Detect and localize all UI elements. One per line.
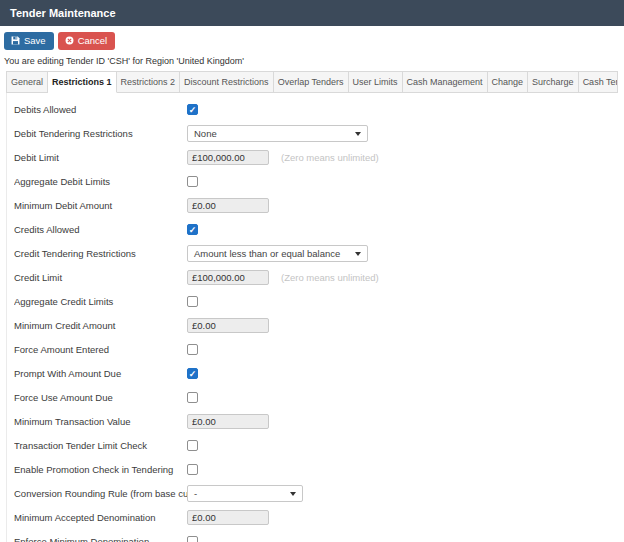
tab-change[interactable]: Change: [488, 72, 529, 93]
page-title: Tender Maintenance: [10, 7, 116, 19]
select-value: Amount less than or equal balance: [194, 248, 340, 259]
form-row: Transaction Tender Limit Check: [14, 438, 618, 453]
field-control: [187, 440, 198, 451]
field-control: [187, 510, 269, 525]
form-row: Debits Allowed: [14, 102, 618, 117]
form: Debits AllowedDebit Tendering Restrictio…: [6, 93, 618, 542]
tab-cash-tender[interactable]: Cash Tender: [579, 72, 618, 93]
field-control: [187, 224, 198, 235]
form-row: Debit Tendering RestrictionsNone: [14, 126, 618, 141]
field-control: [187, 392, 198, 403]
field-control: [187, 414, 269, 429]
form-row: Minimum Transaction Value: [14, 414, 618, 429]
form-row: Enable Promotion Check in Tendering: [14, 462, 618, 477]
field-label: Force Use Amount Due: [14, 392, 187, 403]
field-label: Credits Allowed: [14, 224, 187, 235]
form-row: Force Amount Entered: [14, 342, 618, 357]
text-input[interactable]: [187, 510, 269, 525]
checkbox[interactable]: [187, 368, 198, 379]
checkbox[interactable]: [187, 296, 198, 307]
tab-surcharge[interactable]: Surcharge: [528, 72, 579, 93]
form-row: Aggregate Debit Limits: [14, 174, 618, 189]
field-control: [187, 536, 198, 542]
chevron-down-icon: [355, 252, 361, 256]
tab-user-limits[interactable]: User Limits: [349, 72, 403, 93]
field-control: [187, 318, 269, 333]
text-input[interactable]: [187, 414, 269, 429]
select-dropdown[interactable]: None: [187, 125, 368, 142]
chevron-down-icon: [355, 132, 361, 136]
tab-bar: GeneralRestrictions 1Restrictions 2Disco…: [6, 71, 618, 93]
field-control: [187, 198, 269, 213]
checkbox[interactable]: [187, 464, 198, 475]
field-control: [187, 296, 198, 307]
form-row: Minimum Accepted Denomination: [14, 510, 618, 525]
select-value: None: [194, 128, 217, 139]
text-input[interactable]: [187, 198, 269, 213]
field-label: Aggregate Debit Limits: [14, 176, 187, 187]
field-label: Debit Tendering Restrictions: [14, 128, 187, 139]
field-label: Aggregate Credit Limits: [14, 296, 187, 307]
field-label: Prompt With Amount Due: [14, 368, 187, 379]
form-row: Aggregate Credit Limits: [14, 294, 618, 309]
checkbox[interactable]: [187, 176, 198, 187]
field-control: [187, 344, 198, 355]
text-input[interactable]: [187, 150, 269, 165]
field-control: None: [187, 125, 368, 142]
field-control: [187, 176, 198, 187]
field-label: Minimum Accepted Denomination: [14, 512, 187, 523]
form-row: Debit Limit(Zero means unlimited): [14, 150, 618, 165]
checkbox[interactable]: [187, 224, 198, 235]
field-control: [187, 464, 198, 475]
chevron-down-icon: [290, 492, 296, 496]
field-control: [187, 368, 198, 379]
save-icon: [11, 36, 20, 45]
field-label: Minimum Transaction Value: [14, 416, 187, 427]
tab-restrictions-2[interactable]: Restrictions 2: [117, 72, 181, 93]
save-button-label: Save: [24, 35, 46, 46]
field-control: Amount less than or equal balance: [187, 245, 368, 262]
field-label: Transaction Tender Limit Check: [14, 440, 187, 451]
tab-restrictions-1[interactable]: Restrictions 1: [48, 72, 117, 93]
field-label: Debits Allowed: [14, 104, 187, 115]
field-label: Minimum Debit Amount: [14, 200, 187, 211]
field-control: (Zero means unlimited): [187, 270, 379, 285]
field-control: (Zero means unlimited): [187, 150, 379, 165]
field-control: [187, 104, 198, 115]
window-title-bar: Tender Maintenance: [0, 0, 624, 26]
field-label: Minimum Credit Amount: [14, 320, 187, 331]
form-row: Prompt With Amount Due: [14, 366, 618, 381]
checkbox[interactable]: [187, 440, 198, 451]
select-value: -: [194, 488, 197, 499]
field-label: Debit Limit: [14, 152, 187, 163]
tab-general[interactable]: General: [7, 72, 48, 93]
form-row: Conversion Rounding Rule (from base curr…: [14, 486, 618, 501]
form-row: Force Use Amount Due: [14, 390, 618, 405]
toolbar: Save Cancel: [4, 32, 624, 50]
text-input[interactable]: [187, 318, 269, 333]
select-dropdown[interactable]: -: [187, 485, 303, 502]
field-control: -: [187, 485, 303, 502]
tab-overlap-tenders[interactable]: Overlap Tenders: [274, 72, 349, 93]
form-row: Credit Limit(Zero means unlimited): [14, 270, 618, 285]
field-label: Credit Tendering Restrictions: [14, 248, 187, 259]
checkbox[interactable]: [187, 536, 198, 542]
editing-note: You are editing Tender ID 'CSH' for Regi…: [4, 56, 624, 66]
field-label: Conversion Rounding Rule (from base curr…: [14, 488, 187, 499]
field-hint: (Zero means unlimited): [281, 152, 379, 163]
tab-discount-restrictions[interactable]: Discount Restrictions: [180, 72, 274, 93]
checkbox[interactable]: [187, 392, 198, 403]
checkbox[interactable]: [187, 344, 198, 355]
text-input[interactable]: [187, 270, 269, 285]
form-row: Minimum Debit Amount: [14, 198, 618, 213]
tab-cash-management[interactable]: Cash Management: [403, 72, 488, 93]
save-button[interactable]: Save: [4, 32, 54, 50]
cancel-button-label: Cancel: [78, 35, 108, 46]
form-row: Credit Tendering RestrictionsAmount less…: [14, 246, 618, 261]
form-row: Credits Allowed: [14, 222, 618, 237]
select-dropdown[interactable]: Amount less than or equal balance: [187, 245, 368, 262]
cancel-circle-x-icon: [65, 36, 74, 45]
checkbox[interactable]: [187, 104, 198, 115]
form-row: Minimum Credit Amount: [14, 318, 618, 333]
cancel-button[interactable]: Cancel: [58, 32, 116, 50]
